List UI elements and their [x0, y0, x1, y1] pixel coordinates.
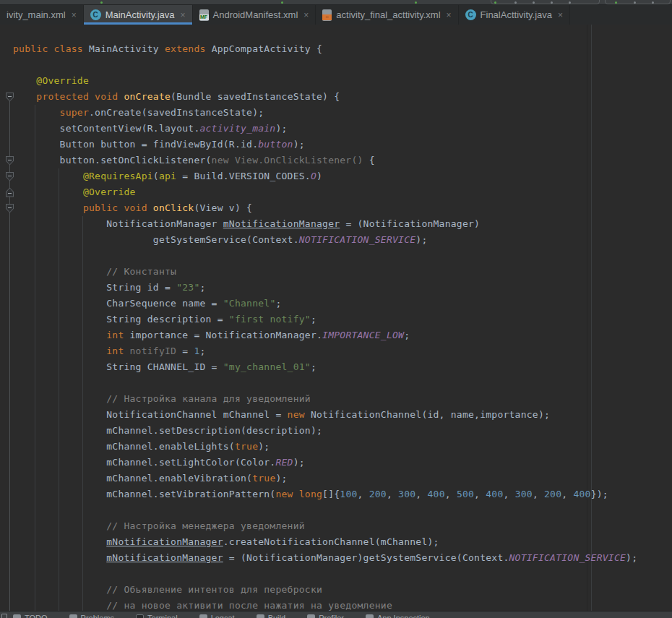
- code-line: CharSequence name = "Channel";: [13, 296, 637, 312]
- sync-status-icon: [415, 1, 417, 4]
- tab-ivity-main-xml[interactable]: ivity_main.xml×: [0, 5, 84, 25]
- code-line: mNotificationManager.createNotificationC…: [13, 534, 637, 550]
- fold-marker-icon[interactable]: [6, 156, 14, 166]
- tab-finalacttivity-java[interactable]: CFinalActtivity.java×: [459, 5, 570, 25]
- code-line: Button button = findViewById(R.id.button…: [13, 137, 637, 153]
- profile-icon: [615, 1, 617, 4]
- todo-icon: [13, 614, 21, 618]
- code-line: public void onClick(View v) {: [13, 200, 637, 216]
- code-line: NotificationChannel mChannel = new Notif…: [13, 407, 637, 423]
- code-line: // Обьявление интентов для переброски: [13, 582, 637, 598]
- code-line: @Override: [13, 184, 637, 200]
- code-line: button.setOnClickListener(new View.OnCli…: [13, 153, 637, 168]
- code-line: // на новое активити после нажатия на ув…: [13, 598, 637, 611]
- app-inspection-icon: [366, 614, 374, 618]
- code-line: protected void onCreate(Bundle savedInst…: [13, 89, 637, 105]
- close-icon[interactable]: ×: [558, 10, 563, 20]
- xml-file-icon: ··: [322, 9, 332, 21]
- problems-icon: [69, 614, 77, 618]
- toolbar-dot: [551, 1, 553, 4]
- tool-window-button-logcat[interactable]: Logcat: [199, 614, 235, 618]
- code-line: // Настройка канала для уведомлений: [13, 391, 637, 407]
- tab-label: activity_final_acttivity.xml: [336, 9, 440, 20]
- profiler-icon: [307, 614, 315, 618]
- tool-window-button-label: TODO: [25, 614, 48, 618]
- code-line: mChannel.enableLights(true);: [13, 439, 637, 455]
- code-line: @RequiresApi(api = Build.VERSION_CODES.O…: [13, 168, 637, 184]
- java-class-icon: C: [90, 9, 101, 20]
- code-line: String CHANNEL_ID = "my_channel_01";: [13, 359, 637, 375]
- code-line: int importance = NotificationManager.IMP…: [13, 327, 637, 343]
- toolbar-dot: [514, 1, 517, 4]
- manifest-file-icon: MF: [199, 9, 209, 21]
- tool-window-button-profiler[interactable]: Profiler: [307, 614, 344, 618]
- code-line: setContentView(R.layout.activity_main);: [13, 121, 637, 137]
- code-line: mNotificationManager = (NotificationMana…: [13, 550, 637, 566]
- code-line: [13, 566, 637, 582]
- device-status-icon: [281, 1, 283, 4]
- toolbar-dot: [569, 1, 571, 4]
- code-line: @Override: [13, 73, 637, 89]
- tab-label: ivity_main.xml: [7, 9, 66, 20]
- code-line: String description = "first notify";: [13, 312, 637, 327]
- tool-window-button-label: App Inspection: [377, 614, 430, 618]
- code-editor[interactable]: public class MainActivity extends AppCom…: [0, 25, 672, 611]
- fold-marker-icon[interactable]: [6, 188, 14, 197]
- tool-window-button-label: Terminal: [147, 614, 178, 618]
- code-line: [13, 57, 637, 73]
- close-icon[interactable]: ×: [180, 10, 185, 20]
- tool-window-button-problems[interactable]: Problems: [69, 614, 114, 618]
- tool-window-bar: TODOProblemsTerminalLogcatBuildProfilerA…: [0, 611, 672, 618]
- code-line: String id = "23";: [13, 280, 637, 296]
- close-icon[interactable]: ×: [72, 10, 77, 20]
- code-line: mChannel.setDescription(description);: [13, 423, 637, 439]
- code-line: // Константы: [13, 264, 637, 280]
- code-line: // Настройка менеджера уведомлений: [13, 518, 637, 534]
- code-text: public class MainActivity extends AppCom…: [13, 41, 637, 611]
- tab-label: AndroidManifest.xml: [213, 9, 298, 20]
- tab-label: MainActivity.java: [105, 9, 175, 20]
- tool-window-button-app-inspection[interactable]: App Inspection: [366, 614, 430, 618]
- code-line: [13, 248, 637, 264]
- terminal-icon: [136, 614, 144, 618]
- code-line: [13, 502, 637, 518]
- code-line: super.onCreate(savedInstanceState);: [13, 105, 637, 121]
- code-line: NotificationManager mNotificationManager…: [13, 216, 637, 232]
- java-class-icon: C: [465, 9, 476, 20]
- close-icon[interactable]: ×: [303, 10, 309, 20]
- code-line: getSystemService(Context.NOTIFICATION_SE…: [13, 232, 637, 248]
- close-icon[interactable]: ×: [447, 10, 452, 20]
- tab-mainactivity-java[interactable]: CMainActivity.java×: [84, 5, 193, 25]
- code-line: mChannel.setLightColor(Color.RED);: [13, 455, 637, 471]
- code-line: mChannel.setVibrationPattern(new long[]{…: [13, 486, 637, 502]
- toolbar-dot: [634, 1, 636, 4]
- tool-window-button-label: Profiler: [319, 614, 344, 618]
- tool-window-button-build[interactable]: Build: [257, 614, 285, 618]
- code-line: mChannel.enableVibration(true);: [13, 471, 637, 486]
- tool-window-corner-icon[interactable]: [1, 614, 7, 618]
- build-icon: [257, 614, 264, 618]
- toolbar-dot: [533, 1, 535, 4]
- code-line: [13, 375, 637, 391]
- code-line: public class MainActivity extends AppCom…: [13, 41, 637, 57]
- run-app-icon: [494, 1, 496, 4]
- fold-marker-icon[interactable]: [6, 204, 14, 213]
- toolbar-dot: [652, 1, 654, 4]
- code-line: int notifyID = 1;: [13, 343, 637, 359]
- fold-marker-icon[interactable]: [6, 172, 14, 181]
- run-icon: [100, 1, 103, 4]
- main-toolbar-strip: [0, 0, 672, 5]
- tab-label: FinalActtivity.java: [481, 9, 552, 20]
- tool-window-button-label: Build: [268, 614, 285, 618]
- run-configuration-button[interactable]: [491, 0, 600, 4]
- editor-tab-bar: ivity_main.xml×CMainActivity.java×MFAndr…: [0, 5, 672, 25]
- tab-activity-final-acttivity-xml[interactable]: ··activity_final_acttivity.xml×: [316, 5, 458, 25]
- fold-marker-icon[interactable]: [6, 93, 14, 102]
- tab-androidmanifest-xml[interactable]: MFAndroidManifest.xml×: [193, 5, 316, 25]
- tool-window-button-terminal[interactable]: Terminal: [136, 614, 178, 618]
- tool-window-button-todo[interactable]: TODO: [13, 614, 48, 618]
- android-studio-window: ivity_main.xml×CMainActivity.java×MFAndr…: [0, 0, 672, 618]
- tool-window-button-label: Problems: [81, 614, 114, 618]
- logcat-icon: [199, 614, 207, 618]
- tool-window-button-label: Logcat: [211, 614, 235, 618]
